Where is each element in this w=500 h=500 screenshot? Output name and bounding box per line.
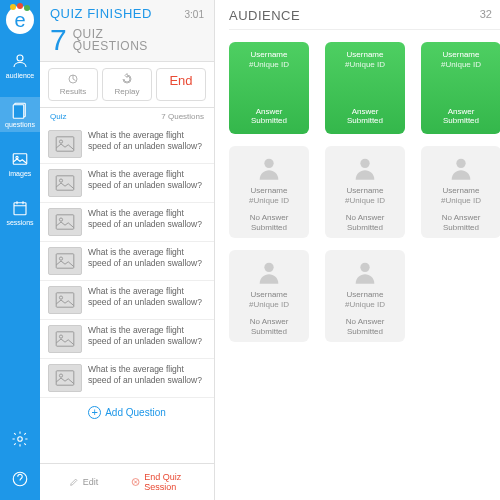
quiz-status: QUIZ FINISHED [50,6,152,21]
card-username: Username [251,186,288,195]
svg-rect-2 [13,105,24,119]
question-thumb [48,169,82,197]
question-text: What is the average flight speed of an u… [88,208,206,236]
audience-card[interactable]: Username #Unique ID AnswerSubmitted [421,42,500,134]
question-item[interactable]: What is the average flight speed of an u… [40,242,214,281]
audience-card[interactable]: Username #Unique ID No AnswerSubmitted [229,146,309,238]
plus-icon: + [88,406,101,419]
audience-card[interactable]: Username #Unique ID AnswerSubmitted [229,42,309,134]
avatar-icon [255,154,283,182]
avatar-icon [447,154,475,182]
avatar-icon [255,258,283,286]
card-status: AnswerSubmitted [443,107,479,126]
card-id: #Unique ID [249,300,289,309]
svg-rect-13 [56,215,74,229]
card-id: #Unique ID [249,60,289,69]
audience-icon [11,52,29,70]
results-button[interactable]: Results [48,68,98,101]
results-icon [67,73,79,85]
card-username: Username [251,50,288,59]
question-thumb [48,325,82,353]
svg-point-6 [18,437,23,442]
svg-point-4 [16,156,18,158]
svg-rect-17 [56,293,74,307]
svg-point-0 [17,55,23,61]
card-id: #Unique ID [345,300,385,309]
card-status: No AnswerSubmitted [442,213,481,232]
svg-point-12 [59,179,62,182]
questions-icon [11,101,29,119]
svg-rect-11 [56,176,74,190]
svg-point-16 [59,257,62,260]
sidebar-item-settings[interactable] [0,426,40,452]
quiz-meta-label: Quiz [50,112,66,121]
question-item[interactable]: What is the average flight speed of an u… [40,281,214,320]
sidebar-item-help[interactable] [0,466,40,492]
svg-point-26 [456,159,465,168]
question-thumb [48,247,82,275]
question-thumb [48,208,82,236]
avatar-icon [351,154,379,182]
help-icon [11,470,29,488]
sidebar: audience questions images sessions [0,0,40,500]
gear-icon [11,430,29,448]
svg-rect-15 [56,254,74,268]
add-question-button[interactable]: +Add Question [40,398,214,427]
svg-point-25 [360,159,369,168]
svg-rect-3 [13,154,27,165]
audience-grid: Username #Unique ID AnswerSubmitted User… [229,42,500,342]
card-status: No AnswerSubmitted [346,213,385,232]
svg-point-10 [59,140,62,143]
end-session-button[interactable]: End Quiz Session [127,464,214,500]
audience-card[interactable]: Username #Unique ID No AnswerSubmitted [421,146,500,238]
close-icon [131,477,140,487]
audience-card[interactable]: Username #Unique ID No AnswerSubmitted [325,250,405,342]
question-item[interactable]: What is the average flight speed of an u… [40,359,214,398]
question-item[interactable]: What is the average flight speed of an u… [40,203,214,242]
sidebar-item-label: questions [5,121,35,128]
card-id: #Unique ID [249,196,289,205]
question-item[interactable]: What is the average flight speed of an u… [40,125,214,164]
replay-button[interactable]: Replay [102,68,152,101]
end-button[interactable]: End [156,68,206,101]
question-text: What is the average flight speed of an u… [88,169,206,197]
audience-card[interactable]: Username #Unique ID No AnswerSubmitted [229,250,309,342]
sidebar-item-sessions[interactable]: sessions [0,195,40,230]
question-item[interactable]: What is the average flight speed of an u… [40,164,214,203]
card-status: AnswerSubmitted [251,107,287,126]
card-username: Username [443,186,480,195]
sidebar-item-audience[interactable]: audience [0,48,40,83]
question-thumb [48,286,82,314]
question-list: What is the average flight speed of an u… [40,125,214,463]
sidebar-item-label: audience [6,72,34,79]
calendar-icon [11,199,29,217]
quiz-count-label: QUESTIONS [73,40,148,52]
svg-rect-21 [56,371,74,385]
edit-button[interactable]: Edit [40,464,127,500]
audience-panel: AUDIENCE 32 Username #Unique ID AnswerSu… [215,0,500,500]
question-text: What is the average flight speed of an u… [88,286,206,314]
card-status: AnswerSubmitted [347,107,383,126]
avatar-icon [351,258,379,286]
sidebar-item-questions[interactable]: questions [0,97,40,132]
card-username: Username [347,290,384,299]
audience-card[interactable]: Username #Unique ID No AnswerSubmitted [325,146,405,238]
svg-point-24 [264,159,273,168]
card-id: #Unique ID [345,196,385,205]
app-logo [6,6,34,34]
card-username: Username [347,186,384,195]
audience-title: AUDIENCE [229,8,300,23]
quiz-count: 7 [50,23,67,57]
svg-point-20 [59,335,62,338]
audience-card[interactable]: Username #Unique ID AnswerSubmitted [325,42,405,134]
question-text: What is the average flight speed of an u… [88,325,206,353]
svg-rect-9 [56,137,74,151]
sidebar-item-images[interactable]: images [0,146,40,181]
images-icon [11,150,29,168]
card-username: Username [443,50,480,59]
svg-point-18 [59,296,62,299]
question-item[interactable]: What is the average flight speed of an u… [40,320,214,359]
audience-count: 32 [480,8,492,23]
svg-rect-19 [56,332,74,346]
card-username: Username [251,290,288,299]
